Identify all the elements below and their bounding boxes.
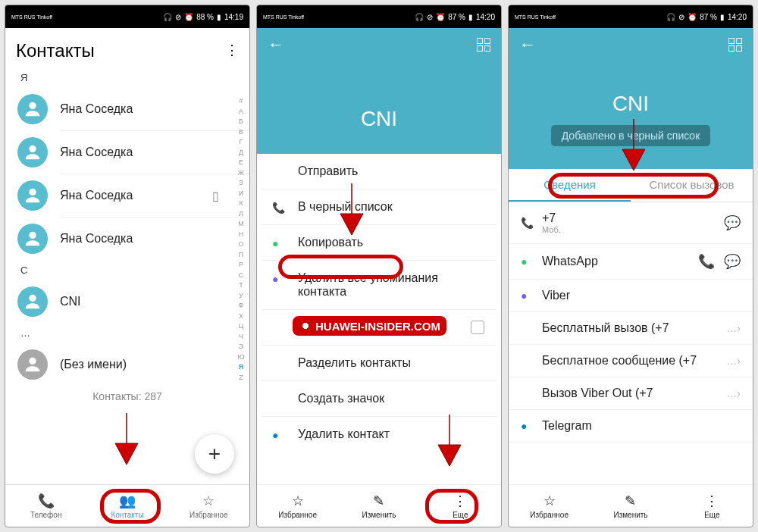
detail-whatsapp[interactable]: ●WhatsApp📞💬	[509, 244, 753, 280]
svg-point-1	[29, 146, 36, 152]
status-bar: MTS RUS Tinkoff 🎧⊘⏰87 %▮14:20	[509, 5, 753, 28]
contact-name: (Без имени)	[60, 358, 127, 371]
nav-label: Телефон	[30, 511, 61, 519]
contact-row[interactable]: Яна Соседка	[5, 217, 249, 260]
contact-row[interactable]: Яна Соседка	[5, 131, 249, 174]
annotation-highlight	[278, 255, 403, 279]
checkbox[interactable]	[471, 321, 484, 334]
section-letter: …	[5, 323, 249, 343]
annotation-arrow	[619, 119, 649, 172]
detail-viber-msg[interactable]: Бесплатное сообщение (+7…›	[509, 345, 753, 377]
annotation-arrow	[434, 415, 465, 468]
status-bar: MTS RUS Tinkoff 🎧 ⊘ ⏰ 88 % ▮ 14:19	[5, 5, 249, 28]
section-letter: C	[5, 260, 249, 280]
phone-icon: 📞	[272, 202, 285, 214]
chevron-icon: ›	[737, 322, 741, 334]
nav-more[interactable]: ⋮Еще	[672, 485, 753, 527]
status-right: 🎧⊘⏰87 %▮14:20	[415, 13, 495, 21]
nav-edit[interactable]: ✎Изменить	[338, 485, 419, 527]
context-menu: Отправить 📞В черный список ●Копировать ●…	[262, 154, 496, 452]
contact-name: Яна Соседка	[60, 146, 133, 159]
status-right: 🎧 ⊘ ⏰ 88 % ▮ 14:19	[163, 13, 243, 21]
contact-name: CNI	[60, 295, 81, 308]
telegram-icon: ●	[521, 420, 542, 432]
contact-name: Яна Соседка	[60, 232, 133, 246]
back-icon[interactable]: ←	[268, 35, 284, 55]
annotation-highlight	[100, 489, 161, 524]
svg-point-0	[29, 102, 36, 109]
sim-icon: ▯	[212, 189, 219, 203]
carrier-label: MTS RUS Tinkoff	[515, 14, 556, 20]
nav-favorites[interactable]: ☆Избранное	[509, 485, 590, 527]
viber-icon: ●	[272, 273, 278, 285]
menu-blacklist[interactable]: 📞В черный список	[262, 189, 496, 225]
menu-split[interactable]: Разделить контакты	[262, 346, 496, 381]
watermark: HUAWEI-INSIDER.COM	[291, 315, 448, 337]
nav-favorites[interactable]: ☆Избранное	[168, 485, 249, 527]
contact-row[interactable]: CNI	[5, 280, 249, 323]
carrier-label: MTS RUS Tinkoff	[263, 14, 304, 20]
contact-header: ← CNI	[257, 28, 501, 154]
annotation-highlight	[548, 173, 719, 199]
nav-edit[interactable]: ✎Изменить	[590, 485, 671, 527]
annotation-highlight	[425, 489, 478, 524]
bottom-nav: ☆Избранное ✎Изменить ⋮Еще	[509, 484, 753, 527]
contacts-count: Контакты: 287	[5, 386, 249, 407]
contact-name: Яна Соседка	[60, 102, 133, 116]
telegram-icon: ●	[272, 429, 278, 441]
avatar	[17, 180, 48, 211]
carrier-label: MTS RUS Tinkoff	[11, 14, 52, 20]
battery-icon: ▮	[217, 13, 221, 21]
svg-point-2	[29, 189, 36, 196]
qr-icon[interactable]	[728, 38, 742, 52]
avatar	[17, 137, 48, 167]
chat-icon[interactable]: 💬	[724, 214, 741, 231]
screen-contact-details: MTS RUS Tinkoff 🎧⊘⏰87 %▮14:20 ← CNI Доба…	[508, 5, 753, 527]
svg-point-4	[29, 295, 36, 302]
detail-phone[interactable]: 📞+7Моб.💬	[509, 202, 753, 244]
avatar	[17, 286, 48, 317]
detail-viber[interactable]: ●Viber	[509, 280, 753, 312]
edit-icon: ✎	[373, 493, 384, 509]
svg-point-5	[29, 358, 36, 365]
alpha-index[interactable]: #АБВГДЕЖЗИКЛМНОПРСТУФХЦЧЭЮЯZ	[236, 96, 246, 383]
star-icon: ☆	[292, 493, 304, 509]
menu-send[interactable]: Отправить	[262, 154, 496, 189]
page-title: Контакты	[16, 40, 95, 61]
contact-name: Яна Соседка	[60, 189, 133, 202]
section-letter: Я	[5, 67, 249, 88]
detail-telegram[interactable]: ●Telegram	[509, 410, 753, 443]
call-icon[interactable]: 📞	[698, 253, 715, 270]
annotation-arrow	[337, 183, 367, 236]
phone-icon: 📞	[38, 493, 55, 509]
contact-title: CNI	[257, 61, 501, 154]
back-icon[interactable]: ←	[519, 35, 536, 55]
contact-row[interactable]: Яна Соседка▯	[5, 174, 249, 217]
viber-icon: ●	[521, 289, 542, 302]
detail-viber-call[interactable]: Бесплатный вызов (+7…›	[509, 312, 753, 345]
annotation-arrow	[111, 413, 142, 466]
contact-row[interactable]: Яна Соседка	[5, 88, 249, 130]
nav-label: Избранное	[190, 511, 228, 519]
more-dots: …	[726, 322, 737, 334]
status-bar: MTS RUS Tinkoff 🎧⊘⏰87 %▮14:20	[257, 5, 501, 28]
contact-row[interactable]: (Без имени)	[5, 343, 249, 386]
avatar	[17, 224, 48, 254]
nav-favorites[interactable]: ☆Избранное	[257, 485, 338, 527]
contacts-header: Контакты ⋮	[5, 28, 249, 67]
whatsapp-icon: ●	[521, 255, 542, 268]
screen-contacts-list: MTS RUS Tinkoff 🎧 ⊘ ⏰ 88 % ▮ 14:19 Конта…	[5, 5, 250, 527]
detail-viber-out[interactable]: Вызов Viber Out (+7…›	[509, 377, 753, 410]
avatar	[17, 94, 48, 124]
dnd-icon: ⊘	[175, 13, 181, 21]
nav-phone[interactable]: 📞Телефон	[5, 485, 86, 527]
svg-point-3	[29, 232, 36, 239]
headset-icon: 🎧	[163, 13, 172, 21]
alarm-icon: ⏰	[184, 13, 193, 21]
menu-shortcut[interactable]: Создать значок	[262, 381, 496, 417]
more-icon[interactable]: ⋮	[225, 48, 239, 53]
add-contact-fab[interactable]: +	[195, 434, 234, 474]
chat-icon[interactable]: 💬	[724, 253, 741, 270]
qr-icon[interactable]	[477, 38, 490, 52]
screen-contact-menu: MTS RUS Tinkoff 🎧⊘⏰87 %▮14:20 ← CNI Отпр…	[256, 5, 502, 527]
